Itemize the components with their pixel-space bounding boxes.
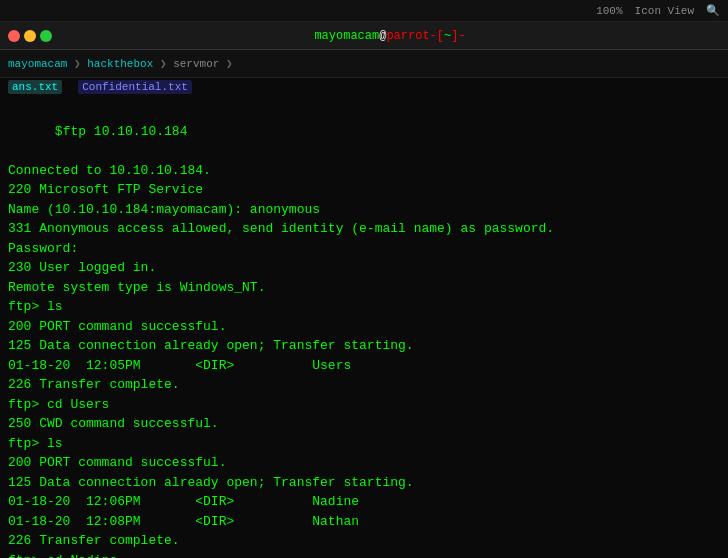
path-arrow3: ❯ bbox=[226, 58, 233, 70]
top-bar-iconview: Icon View bbox=[635, 5, 694, 17]
window-controls bbox=[8, 30, 52, 42]
title-bar-content: mayomacam@parrot-[~]- bbox=[60, 29, 720, 43]
dir-nathan: 01-18-20 12:08PM <DIR> Nathan bbox=[8, 512, 720, 532]
title-host: parrot bbox=[386, 29, 429, 43]
terminal-window: 100% Icon View 🔍 mayomacam@parrot-[~]- m… bbox=[0, 0, 728, 558]
dir-users: 01-18-20 12:05PM <DIR> Users bbox=[8, 356, 720, 376]
title-bracket-open: -[ bbox=[430, 29, 444, 43]
title-user: mayomacam bbox=[314, 29, 379, 43]
output-200-1: 200 PORT command successful. bbox=[8, 317, 720, 337]
path-hackthebox: hackthebox bbox=[87, 58, 153, 70]
ftp-ls-1: ftp> ls bbox=[8, 297, 720, 317]
path-arrow2: ❯ bbox=[160, 58, 173, 70]
output-125-1: 125 Data connection already open; Transf… bbox=[8, 336, 720, 356]
initial-prompt-line: $ftp 10.10.10.184 bbox=[8, 102, 720, 161]
output-connected: Connected to 10.10.10.184. bbox=[8, 161, 720, 181]
dir-nadine: 01-18-20 12:06PM <DIR> Nadine bbox=[8, 492, 720, 512]
search-icon[interactable]: 🔍 bbox=[706, 4, 720, 17]
output-125-2: 125 Data connection already open; Transf… bbox=[8, 473, 720, 493]
desktop-path: mayomacam ❯ hackthebox ❯ servmor ❯ bbox=[8, 57, 233, 70]
file-ans[interactable]: ans.txt bbox=[8, 80, 62, 94]
desktop-bar: mayomacam ❯ hackthebox ❯ servmor ❯ bbox=[0, 50, 728, 78]
top-bar-percent: 100% bbox=[596, 5, 622, 17]
close-button[interactable] bbox=[8, 30, 20, 42]
output-250-1: 250 CWD command successful. bbox=[8, 414, 720, 434]
path-arrow1: ❯ bbox=[74, 58, 87, 70]
output-226-1: 226 Transfer complete. bbox=[8, 375, 720, 395]
ftp-cd-users: ftp> cd Users bbox=[8, 395, 720, 415]
output-230: 230 User logged in. bbox=[8, 258, 720, 278]
maximize-button[interactable] bbox=[40, 30, 52, 42]
output-226-2: 226 Transfer complete. bbox=[8, 531, 720, 551]
ftp-command: ftp 10.10.10.184 bbox=[63, 124, 188, 139]
output-331: 331 Anonymous access allowed, send ident… bbox=[8, 219, 720, 239]
dollar-sign: $ bbox=[55, 124, 63, 139]
top-system-bar: 100% Icon View 🔍 bbox=[0, 0, 728, 22]
files-row: ans.txt Confidential.txt bbox=[0, 78, 728, 96]
output-200-2: 200 PORT command successful. bbox=[8, 453, 720, 473]
terminal-body[interactable]: $ftp 10.10.10.184 Connected to 10.10.10.… bbox=[0, 96, 728, 558]
title-bracket-close: ]- bbox=[451, 29, 465, 43]
output-remote: Remote system type is Windows_NT. bbox=[8, 278, 720, 298]
output-220: 220 Microsoft FTP Service bbox=[8, 180, 720, 200]
minimize-button[interactable] bbox=[24, 30, 36, 42]
ftp-ls-2: ftp> ls bbox=[8, 434, 720, 454]
output-name: Name (10.10.10.184:mayomacam): anonymous bbox=[8, 200, 720, 220]
title-bar: mayomacam@parrot-[~]- bbox=[0, 22, 728, 50]
output-password: Password: bbox=[8, 239, 720, 259]
file-confidential[interactable]: Confidential.txt bbox=[78, 80, 192, 94]
ftp-cd-nadine: ftp> cd Nadine bbox=[8, 551, 720, 559]
path-servmor: servmor bbox=[173, 58, 219, 70]
path-user: mayomacam bbox=[8, 58, 67, 70]
